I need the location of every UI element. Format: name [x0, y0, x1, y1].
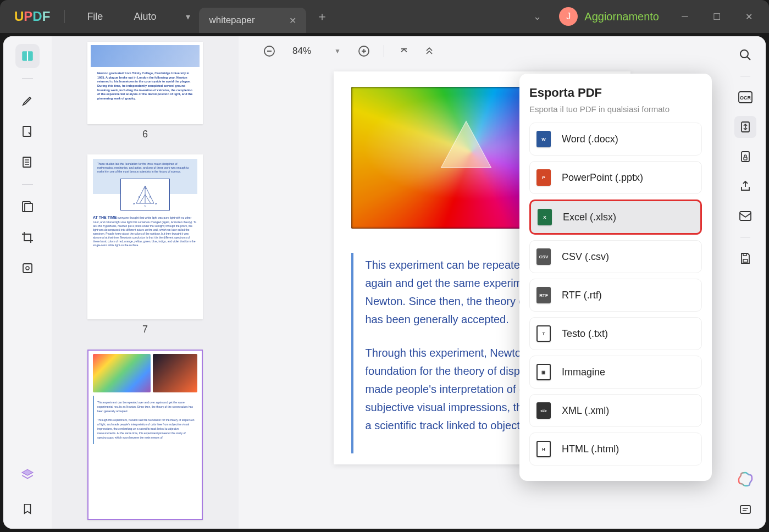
protect-button[interactable] [734, 146, 756, 168]
ocr-icon: OCR [738, 91, 753, 103]
tab-close-icon[interactable]: ✕ [289, 15, 296, 26]
export-html[interactable]: HHTML (.html) [529, 433, 702, 465]
save-icon [739, 252, 752, 265]
thumbnail-page-8[interactable]: This experiment can be repeated over and… [87, 350, 203, 520]
ai-button[interactable] [734, 468, 756, 490]
export-powerpoint[interactable]: PPowerPoint (.pptx) [529, 161, 702, 194]
svg-rect-7 [25, 203, 32, 212]
email-button[interactable] [734, 205, 756, 227]
thumb-images [93, 354, 197, 392]
mail-icon [739, 210, 752, 221]
thumb-text: Newton graduated from Trinity College, C… [91, 67, 200, 106]
tools-icon [21, 262, 34, 275]
tab-dropdown[interactable]: ▾ [177, 5, 199, 27]
zoom-in-button[interactable] [354, 41, 374, 61]
excel-icon: X [538, 209, 552, 225]
export-word[interactable]: WWord (.docx) [529, 123, 702, 156]
ocr-button[interactable]: OCR [734, 86, 756, 108]
bookmark-button[interactable] [15, 497, 40, 521]
page-layout-button[interactable] [15, 150, 40, 174]
svg-rect-30 [743, 259, 748, 262]
svg-text:B: B [139, 196, 140, 198]
search-icon [739, 48, 752, 62]
app-logo: UPDF [14, 9, 50, 24]
crop-button[interactable] [15, 225, 40, 250]
comment-icon [739, 503, 752, 517]
svg-text:A: A [145, 187, 146, 190]
save-button[interactable] [734, 247, 756, 269]
thumb-figure: ABBMMC [120, 179, 170, 210]
export-image[interactable]: ▣Immagine [529, 356, 702, 389]
export-panel: Esporta PDF Esporta il tuo PDF in qualsi… [519, 74, 712, 481]
separator [740, 237, 750, 237]
plus-circle-icon [357, 45, 370, 58]
thumb-text: This experiment can be repeated over and… [93, 396, 197, 444]
image-icon: ▣ [536, 364, 551, 380]
menu-file[interactable]: File [71, 11, 118, 23]
marker-icon [21, 94, 34, 107]
word-icon: W [536, 131, 551, 147]
divider [64, 10, 65, 23]
highlight-button[interactable] [15, 88, 40, 113]
svg-rect-8 [23, 264, 32, 273]
export-button[interactable] [734, 116, 756, 138]
right-rail: OCR [725, 36, 766, 529]
svg-rect-31 [743, 253, 746, 256]
svg-rect-1 [23, 126, 31, 136]
menu-help[interactable]: Aiuto [118, 11, 171, 23]
titlebar: UPDF File Aiuto ▾ whitepaper ✕ ＋ ⌄ J Agg… [0, 0, 769, 33]
svg-point-9 [26, 267, 29, 270]
thumbnail-panel[interactable]: Newton graduated from Trinity College, C… [52, 36, 239, 529]
comment-button[interactable] [734, 499, 756, 521]
xml-icon: </> [536, 402, 551, 419]
export-icon [739, 120, 752, 134]
edit-text-button[interactable] [15, 119, 40, 143]
export-xml[interactable]: </>XML (.xml) [529, 394, 702, 427]
export-title: Esporta PDF [529, 86, 702, 100]
svg-rect-32 [740, 506, 750, 513]
zoom-out-button[interactable] [259, 41, 279, 61]
organize-pages-button[interactable] [15, 195, 40, 219]
text-icon: T [536, 325, 551, 342]
svg-text:C: C [145, 204, 146, 207]
double-up-icon [399, 46, 410, 57]
chevron-down-icon[interactable]: ⌄ [533, 10, 541, 23]
tab-title: whitepaper [209, 15, 255, 26]
export-rtf[interactable]: RTFRTF (.rtf) [529, 279, 702, 312]
prism-icon [430, 110, 502, 182]
export-text[interactable]: TTesto (.txt) [529, 317, 702, 350]
svg-text:OCR: OCR [740, 95, 751, 101]
search-button[interactable] [734, 44, 756, 66]
edit-page-icon [21, 125, 34, 138]
share-button[interactable] [734, 175, 756, 197]
window-minimize[interactable]: ─ [672, 5, 698, 27]
tools-button[interactable] [15, 256, 40, 280]
thumbnail-page-6[interactable]: Newton graduated from Trinity College, C… [87, 42, 203, 124]
svg-text:M: M [133, 202, 135, 205]
tab-whitepaper[interactable]: whitepaper ✕ [199, 8, 306, 33]
html-icon: H [536, 441, 551, 457]
separator [384, 45, 384, 57]
powerpoint-icon: P [536, 169, 551, 186]
rtf-icon: RTF [536, 287, 551, 303]
reader-mode-button[interactable] [15, 44, 40, 68]
window-close[interactable]: ✕ [736, 5, 761, 27]
thumbnail-page-7[interactable]: These studies laid the foundation for th… [87, 154, 203, 319]
first-page-button[interactable] [394, 41, 414, 61]
export-excel[interactable]: XExcel (.xlsx) [529, 199, 702, 235]
layers-button[interactable] [15, 463, 40, 487]
collapse-button[interactable] [419, 41, 439, 61]
add-tab-button[interactable]: ＋ [316, 8, 328, 25]
lock-page-icon [739, 150, 752, 163]
book-icon [20, 49, 35, 63]
upgrade-label[interactable]: Aggiornamento [584, 10, 659, 23]
window-maximize[interactable]: ☐ [704, 5, 729, 27]
view-toolbar: 84%▼ [239, 36, 725, 66]
caret-down-icon: ▼ [334, 47, 341, 55]
export-csv[interactable]: CSVCSV (.csv) [529, 240, 702, 273]
thumb-label-6: 6 [85, 129, 206, 140]
user-avatar[interactable]: J [559, 7, 578, 26]
thumb-text: AT THE TIME everyone thought that white … [93, 215, 197, 247]
titlebar-right: ⌄ J Aggiornamento ─ ☐ ✕ [533, 5, 761, 27]
zoom-dropdown[interactable]: 84%▼ [292, 46, 341, 57]
